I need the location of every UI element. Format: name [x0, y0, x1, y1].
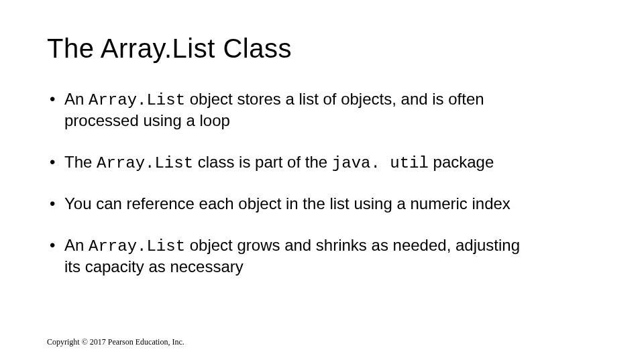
bullet-text-post: package	[429, 153, 494, 171]
bullet-text-pre: The	[64, 153, 97, 171]
bullet-code: Array.List	[89, 237, 185, 255]
bullet-item: You can reference each object in the lis…	[47, 194, 530, 215]
slide-title: The Array.List Class	[47, 34, 597, 64]
bullet-text-pre: You can reference each object in the lis…	[64, 194, 511, 213]
bullet-text-pre: An	[64, 90, 89, 108]
bullet-text-pre: An	[64, 236, 89, 254]
bullet-item: An Array.List object stores a list of ob…	[47, 89, 530, 132]
bullet-code: Array.List	[97, 154, 193, 172]
bullet-list: An Array.List object stores a list of ob…	[47, 89, 597, 278]
bullet-code: java. util	[332, 154, 429, 172]
slide-container: The Array.List Class An Array.List objec…	[0, 0, 644, 362]
bullet-code: Array.List	[89, 91, 185, 109]
bullet-text-mid: class is part of the	[193, 153, 332, 171]
bullet-item: An Array.List object grows and shrinks a…	[47, 235, 530, 278]
copyright-footer: Copyright © 2017 Pearson Education, Inc.	[47, 337, 184, 347]
bullet-item: The Array.List class is part of the java…	[47, 152, 530, 174]
